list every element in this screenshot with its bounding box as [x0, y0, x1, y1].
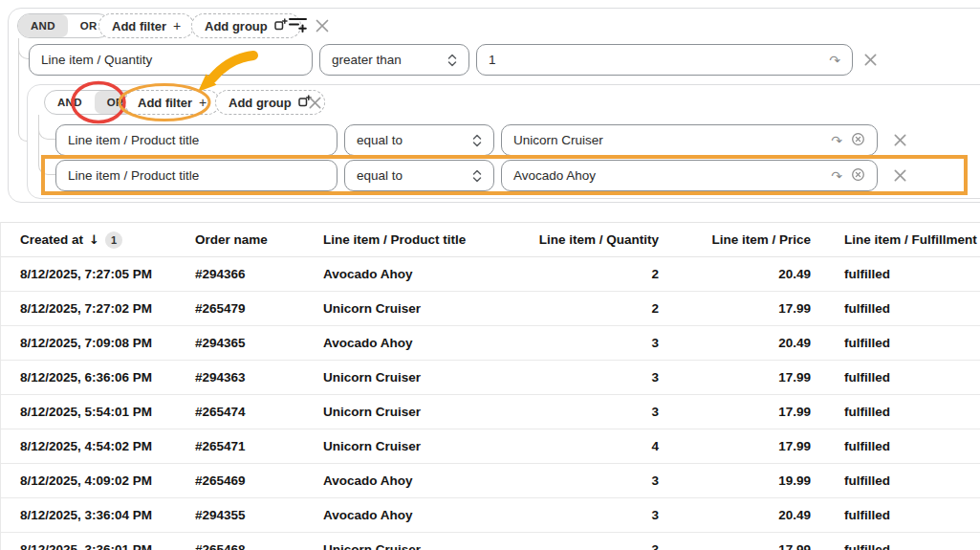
add-group-button[interactable]: Add group: [191, 13, 301, 38]
cell-fulfillment-status: fulfilled: [811, 301, 980, 316]
table-row[interactable]: 8/12/2025, 5:54:01 PM #265474 Unicorn Cr…: [1, 395, 980, 429]
cell-order-name: #265471: [195, 439, 323, 453]
cell-quantity: 3: [536, 405, 659, 419]
orders-table: Created at ↓ 1 Order name Line item / Pr…: [0, 222, 980, 550]
sort-desc-icon: ↓: [89, 232, 99, 247]
cell-fulfillment-status: fulfilled: [811, 267, 980, 281]
cell-product-title: Unicorn Cruiser: [323, 301, 536, 316]
clear-value-icon[interactable]: [851, 132, 865, 149]
table-row[interactable]: 8/12/2025, 3:36:04 PM #294355 Avocado Ah…: [1, 498, 980, 533]
filter-operator-select[interactable]: equal to: [344, 124, 494, 156]
cell-price: 20.49: [659, 508, 811, 522]
cell-order-name: #265468: [195, 542, 323, 550]
sort-order-badge: 1: [105, 231, 122, 249]
column-header-order-name[interactable]: Order name: [195, 232, 323, 247]
plus-icon: +: [173, 18, 181, 33]
and-option[interactable]: AND: [45, 91, 95, 114]
cell-price: 17.99: [659, 439, 811, 453]
cell-fulfillment-status: fulfilled: [811, 405, 980, 419]
cell-fulfillment-status: fulfilled: [811, 370, 980, 385]
cell-fulfillment-status: fulfilled: [811, 439, 980, 453]
column-header-fulfillment-status[interactable]: Line item / Fulfillment s: [811, 232, 980, 247]
table-row[interactable]: 8/12/2025, 7:27:05 PM #294366 Avocado Ah…: [1, 257, 980, 292]
filter-value-input[interactable]: Avocado Ahoy ↷: [501, 160, 878, 191]
column-header-created-at[interactable]: Created at ↓ 1: [20, 231, 195, 249]
cell-product-title: Avocado Ahoy: [323, 267, 536, 281]
add-filter-button[interactable]: Add filter+: [124, 90, 220, 115]
revert-icon[interactable]: ↷: [829, 54, 840, 67]
remove-group-icon[interactable]: [314, 17, 331, 34]
cell-quantity: 4: [536, 439, 659, 453]
plus-icon: +: [199, 95, 207, 110]
cell-order-name: #294365: [195, 336, 323, 350]
filter-operator-select[interactable]: equal to: [344, 160, 494, 191]
conjunction-toggle-outer: AND OR: [17, 13, 111, 38]
cell-fulfillment-status: fulfilled: [811, 508, 980, 522]
table-row[interactable]: 8/12/2025, 7:27:02 PM #265479 Unicorn Cr…: [1, 292, 980, 326]
cell-created-at: 8/12/2025, 3:36:04 PM: [20, 508, 195, 522]
cell-price: 17.99: [659, 301, 811, 316]
cell-price: 20.49: [659, 336, 811, 350]
tree-connector: [18, 38, 27, 142]
revert-icon[interactable]: ↷: [831, 169, 842, 183]
cell-quantity: 3: [536, 508, 659, 522]
cell-price: 17.99: [659, 542, 811, 550]
filter-field-select[interactable]: Line item / Quantity: [29, 44, 313, 76]
cell-order-name: #265479: [195, 301, 323, 316]
cell-product-title: Unicorn Cruiser: [323, 405, 536, 419]
column-header-price[interactable]: Line item / Price: [659, 232, 811, 247]
column-header-product-title[interactable]: Line item / Product title: [323, 232, 536, 247]
table-header-row: Created at ↓ 1 Order name Line item / Pr…: [1, 222, 980, 257]
clear-value-icon[interactable]: [851, 167, 865, 185]
cell-fulfillment-status: fulfilled: [811, 336, 980, 350]
table-row[interactable]: 8/12/2025, 7:09:08 PM #294365 Avocado Ah…: [1, 326, 980, 361]
cell-product-title: Avocado Ahoy: [323, 508, 536, 522]
cell-product-title: Avocado Ahoy: [323, 473, 536, 488]
column-header-quantity[interactable]: Line item / Quantity: [536, 232, 659, 247]
remove-group-icon[interactable]: [306, 94, 323, 111]
filter-value-input[interactable]: 1 ↷: [476, 44, 853, 76]
cell-quantity: 3: [536, 473, 659, 488]
cell-quantity: 3: [536, 542, 659, 550]
cell-created-at: 8/12/2025, 7:27:05 PM: [20, 267, 195, 281]
table-row[interactable]: 8/12/2025, 4:54:02 PM #265471 Unicorn Cr…: [1, 429, 980, 464]
and-option[interactable]: AND: [18, 14, 68, 37]
cell-product-title: Avocado Ahoy: [323, 336, 536, 350]
cell-quantity: 2: [536, 267, 659, 281]
cell-created-at: 8/12/2025, 4:09:02 PM: [20, 473, 195, 488]
cell-price: 20.49: [659, 267, 811, 281]
cell-quantity: 2: [536, 301, 659, 316]
cell-product-title: Unicorn Cruiser: [323, 439, 536, 453]
revert-icon[interactable]: ↷: [831, 134, 842, 147]
cell-created-at: 8/12/2025, 7:09:08 PM: [20, 336, 195, 350]
cell-order-name: #294363: [195, 370, 323, 385]
tree-connector: [38, 115, 55, 175]
filter-value-input[interactable]: Unicorn Cruiser ↷: [501, 124, 878, 156]
select-chevrons-icon: [447, 54, 457, 67]
table-row[interactable]: 8/12/2025, 6:36:06 PM #294363 Unicorn Cr…: [1, 361, 980, 395]
filter-field-select[interactable]: Line item / Product title: [55, 124, 338, 156]
cell-created-at: 8/12/2025, 3:36:01 PM: [20, 542, 195, 550]
table-row[interactable]: 8/12/2025, 4:09:02 PM #265469 Avocado Ah…: [1, 464, 980, 498]
cell-price: 17.99: [659, 405, 811, 419]
table-body: 8/12/2025, 7:27:05 PM #294366 Avocado Ah…: [1, 257, 980, 550]
cell-order-name: #294366: [195, 267, 323, 281]
filter-plus-icon[interactable]: [289, 16, 309, 37]
table-row[interactable]: 8/12/2025, 3:36:01 PM #265468 Unicorn Cr…: [1, 533, 980, 550]
cell-fulfillment-status: fulfilled: [811, 542, 980, 550]
cell-created-at: 8/12/2025, 7:27:02 PM: [20, 301, 195, 316]
add-group-icon: [274, 18, 288, 34]
cell-fulfillment-status: fulfilled: [811, 473, 980, 488]
remove-filter-icon[interactable]: [891, 166, 908, 184]
filter-field-select[interactable]: Line item / Product title: [55, 160, 338, 191]
remove-filter-icon[interactable]: [891, 131, 908, 148]
cell-price: 17.99: [659, 370, 811, 385]
cell-quantity: 3: [536, 336, 659, 350]
filter-operator-select[interactable]: greater than: [319, 44, 469, 76]
cell-created-at: 8/12/2025, 4:54:02 PM: [20, 439, 195, 453]
add-filter-button[interactable]: Add filter+: [98, 13, 194, 38]
remove-filter-icon[interactable]: [861, 51, 879, 68]
cell-product-title: Unicorn Cruiser: [323, 370, 536, 385]
cell-created-at: 8/12/2025, 5:54:01 PM: [20, 405, 195, 419]
cell-order-name: #265469: [195, 473, 323, 488]
